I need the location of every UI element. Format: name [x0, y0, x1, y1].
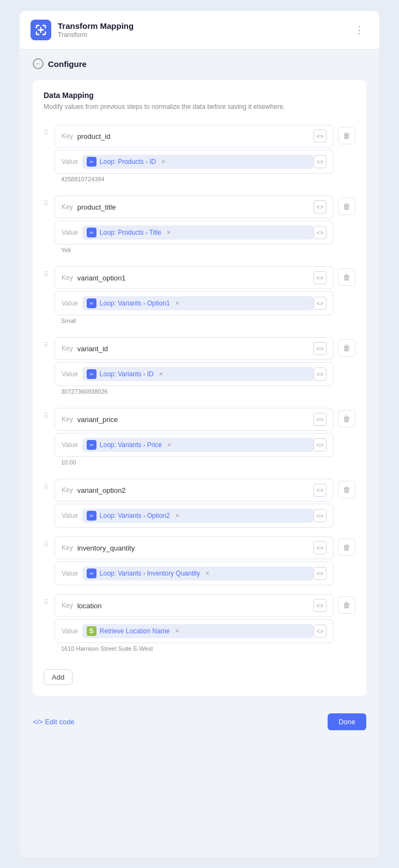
value-code-button[interactable]: <>	[313, 438, 327, 451]
key-field: Key location <>	[55, 594, 334, 617]
drag-handle[interactable]: ⠿	[44, 408, 50, 420]
value-tag: ∞ Loop: Products › Title ×	[82, 225, 313, 240]
key-field: Key inventory_quantity <>	[55, 536, 334, 559]
value-code-button[interactable]: <>	[313, 567, 327, 580]
key-label: Key	[62, 544, 73, 552]
value-tag: ∞ Loop: Variants › Inventory Quantity ×	[82, 566, 313, 580]
data-mapping-section: Data Mapping Modify values from previous…	[33, 80, 366, 696]
loop-icon: ∞	[87, 440, 96, 450]
value-code-button[interactable]: <>	[313, 155, 327, 168]
value-tag-text: Loop: Variants › Option1	[100, 299, 170, 307]
value-code-button[interactable]: <>	[313, 226, 327, 239]
mapping-fields: Key product_title <> Value ∞ Loop: Produ…	[55, 195, 334, 258]
key-field: Key variant_option2 <>	[55, 479, 334, 502]
key-code-button[interactable]: <>	[313, 200, 327, 213]
mapping-row: ⠿ Key location <> Value S Retrieve Locat…	[44, 594, 355, 656]
loop-icon: ∞	[87, 369, 96, 379]
value-field: Value ∞ Loop: Products › ID × <>	[55, 150, 334, 174]
done-button[interactable]: Done	[328, 713, 366, 730]
preview-text: 30727360938026	[55, 386, 334, 399]
key-label: Key	[62, 602, 73, 609]
delete-button[interactable]: 🗑	[338, 596, 355, 614]
key-field: Key variant_id <>	[55, 337, 334, 360]
header-menu-button[interactable]: ⋮	[350, 22, 368, 38]
key-code-button[interactable]: <>	[313, 484, 327, 497]
configure-header: − Configure	[33, 58, 366, 69]
drag-handle[interactable]: ⠿	[44, 266, 50, 278]
delete-button[interactable]: 🗑	[338, 539, 355, 556]
value-tag-close[interactable]: ×	[176, 512, 179, 519]
value-tag-close[interactable]: ×	[159, 370, 163, 378]
key-value: product_title	[77, 203, 313, 211]
value-tag: ∞ Loop: Variants › ID ×	[82, 367, 313, 381]
key-field: Key product_title <>	[55, 195, 334, 218]
value-tag-text: Loop: Variants › Price	[100, 441, 162, 449]
key-code-button[interactable]: <>	[313, 271, 327, 284]
mapping-row: ⠿ Key variant_option2 <> Value ∞ Loop: V…	[44, 479, 355, 528]
header-title: Transform Mapping	[58, 21, 134, 30]
loop-icon: ∞	[87, 298, 96, 308]
value-field: Value ∞ Loop: Variants › Inventory Quant…	[55, 561, 334, 585]
value-tag-text: Retrieve Location Name	[100, 627, 170, 635]
delete-button[interactable]: 🗑	[338, 198, 355, 215]
header-left: Transform Mapping Transform	[31, 20, 134, 40]
drag-handle[interactable]: ⠿	[44, 125, 50, 137]
key-code-button[interactable]: <>	[313, 541, 327, 554]
value-tag-close[interactable]: ×	[205, 570, 209, 577]
edit-code-button[interactable]: </> Edit code	[33, 718, 75, 726]
mapping-fields: Key variant_id <> Value ∞ Loop: Variants…	[55, 337, 334, 399]
key-field: Key variant_price <>	[55, 408, 334, 431]
delete-button[interactable]: 🗑	[338, 410, 355, 427]
preview-text: 1610 Harrison Street Suite E-West	[55, 643, 334, 656]
drag-handle[interactable]: ⠿	[44, 195, 50, 207]
value-code-button[interactable]: <>	[313, 297, 327, 310]
value-code-button[interactable]: <>	[313, 509, 327, 522]
value-tag-close[interactable]: ×	[176, 627, 179, 635]
key-value: variant_option2	[77, 486, 313, 494]
mapping-fields: Key variant_option2 <> Value ∞ Loop: Var…	[55, 479, 334, 528]
value-label: Value	[62, 512, 78, 519]
value-code-button[interactable]: <>	[313, 368, 327, 381]
value-tag-text: Loop: Variants › Inventory Quantity	[100, 570, 200, 577]
add-button[interactable]: Add	[44, 669, 72, 685]
preview-text: Yeti	[55, 244, 334, 258]
header: Transform Mapping Transform ⋮	[20, 11, 379, 50]
value-tag-close[interactable]: ×	[167, 229, 171, 236]
drag-handle[interactable]: ⠿	[44, 479, 50, 491]
delete-button[interactable]: 🗑	[338, 127, 355, 144]
value-field: Value ∞ Loop: Variants › Option2 × <>	[55, 504, 334, 528]
value-tag-text: Loop: Products › Title	[100, 229, 161, 236]
key-code-button[interactable]: <>	[313, 413, 327, 426]
delete-button[interactable]: 🗑	[338, 339, 355, 357]
value-label: Value	[62, 158, 78, 166]
value-tag-close[interactable]: ×	[167, 441, 171, 449]
mapping-row: ⠿ Key product_title <> Value ∞ Loop: Pro…	[44, 195, 355, 258]
value-label: Value	[62, 299, 78, 307]
key-value: inventory_quantity	[77, 544, 313, 552]
key-code-button[interactable]: <>	[313, 130, 327, 143]
mapping-fields: Key variant_price <> Value ∞ Loop: Varia…	[55, 408, 334, 470]
add-label: Add	[52, 673, 64, 681]
value-code-button[interactable]: <>	[313, 625, 327, 638]
loop-icon: ∞	[87, 511, 96, 521]
value-tag: ∞ Loop: Variants › Price ×	[82, 438, 313, 452]
delete-button[interactable]: 🗑	[338, 268, 355, 286]
key-label: Key	[62, 132, 73, 140]
drag-handle[interactable]: ⠿	[44, 536, 50, 548]
key-value: location	[77, 602, 313, 610]
key-code-button[interactable]: <>	[313, 599, 327, 612]
value-tag-close[interactable]: ×	[161, 158, 165, 166]
preview-text: 10.00	[55, 457, 334, 470]
key-label: Key	[62, 345, 73, 352]
section-title: Data Mapping	[44, 91, 355, 100]
value-tag-close[interactable]: ×	[176, 299, 179, 307]
key-code-button[interactable]: <>	[313, 342, 327, 355]
value-field: Value ∞ Loop: Variants › Option1 × <>	[55, 291, 334, 315]
delete-button[interactable]: 🗑	[338, 481, 355, 498]
drag-handle[interactable]: ⠿	[44, 594, 50, 606]
drag-handle[interactable]: ⠿	[44, 337, 50, 349]
header-subtitle: Transform	[58, 31, 134, 39]
shopify-icon: S	[87, 626, 96, 636]
configure-icon: −	[33, 58, 44, 69]
mapping-row: ⠿ Key variant_id <> Value ∞ Loop: Varian…	[44, 337, 355, 399]
